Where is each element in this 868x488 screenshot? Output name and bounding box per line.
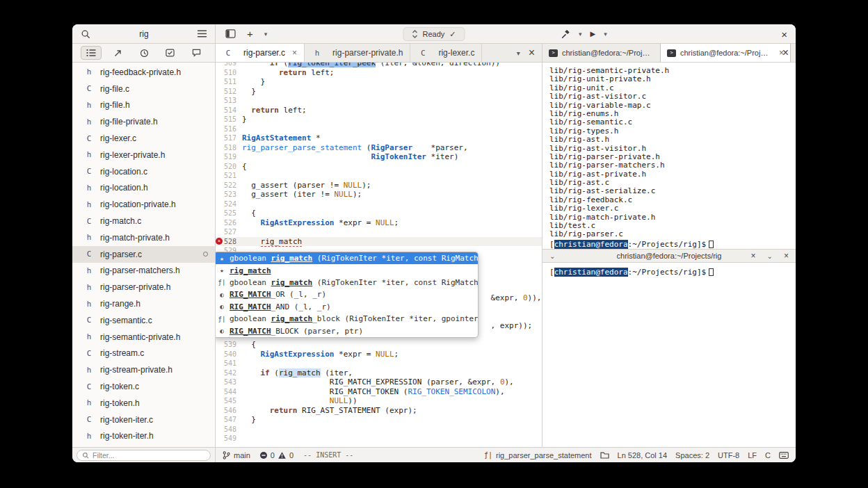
code-line[interactable]: 545 NULL))	[216, 396, 542, 406]
build-icon[interactable]	[561, 29, 570, 39]
editor-tab[interactable]: Crig-lexer.c	[410, 44, 482, 62]
search-icon[interactable]	[81, 29, 90, 39]
file-item[interactable]: Crig-token-iter.c	[72, 412, 215, 428]
code-line[interactable]: 547 }	[216, 415, 542, 425]
toggle-panel-icon[interactable]	[225, 29, 236, 38]
file-item[interactable]: Crig-semantic.c	[72, 312, 215, 329]
terminal-tab[interactable]: >christian@fedora:~/Projects/rig×	[660, 44, 791, 62]
language-mode[interactable]: C	[765, 451, 771, 459]
diagnostics-indicator[interactable]: 0 0	[260, 451, 294, 459]
new-document-button[interactable]: +	[247, 29, 253, 39]
code-line[interactable]: 509 if (rig_token_iter_peek (iter, &toke…	[216, 63, 542, 68]
run-icon[interactable]: ▶	[590, 30, 596, 38]
tab-list-chevron-icon[interactable]: ▾	[517, 49, 520, 57]
pane-close-icon[interactable]: ×	[751, 251, 756, 261]
completion-item[interactable]: ◐RIG_MATCH_OR (_l, _r)	[216, 288, 478, 300]
current-symbol[interactable]: ƒ| rig_parser_parse_statement	[484, 451, 592, 459]
code-line[interactable]: 514 return left;	[216, 106, 542, 115]
file-item[interactable]: Crig-location.c	[72, 163, 215, 180]
run-options-chevron-icon[interactable]: ▾	[604, 31, 607, 38]
completion-item[interactable]: ◐RIG_MATCH_BLOCK (parser, ptr)	[216, 325, 478, 336]
keyboard-icon[interactable]	[779, 452, 789, 459]
file-item[interactable]: Crig-match.c	[72, 213, 215, 229]
code-line[interactable]: 515}	[216, 115, 542, 124]
code-editor[interactable]: 509 if (rig_token_iter_peek (iter, &toke…	[216, 63, 542, 447]
file-item[interactable]: hrig-semantic-private.h	[72, 329, 215, 345]
panel-close-icon[interactable]: ×	[784, 251, 789, 261]
file-item[interactable]: hrig-file.h	[72, 97, 215, 114]
terminal-tab[interactable]: >christian@fedora:~/Projects/rig	[542, 44, 660, 62]
completion-item[interactable]: ★gboolean rig_match (RigTokenIter *iter,…	[216, 252, 478, 264]
file-item[interactable]: hrig-lexer-private.h	[72, 147, 215, 163]
sidebar-rail-targets-icon[interactable]	[108, 46, 129, 60]
file-item[interactable]: hrig-location-private.h	[72, 196, 215, 213]
sidebar-rail-history-icon[interactable]	[134, 46, 154, 60]
window-close-icon[interactable]: ×	[781, 28, 787, 40]
code-line[interactable]: 543 RIG_MATCH_EXPRESSION (parser, &expr,…	[216, 377, 542, 387]
file-item[interactable]: Crig-file.c	[72, 81, 215, 97]
file-item[interactable]: hrig-feedback-private.h	[72, 64, 215, 81]
completion-item[interactable]: ƒ|gboolean rig_match (RigTokenIter *iter…	[216, 277, 478, 288]
file-item[interactable]: hrig-parser-private.h	[72, 279, 215, 295]
filter-input[interactable]: Filter...	[77, 450, 211, 461]
editor-tab[interactable]: Crig-parser.c×	[216, 44, 305, 62]
code-line[interactable]: 512 }	[216, 87, 542, 97]
code-line[interactable]: ×528 rig_match	[216, 237, 542, 247]
code-line[interactable]: 525 {	[216, 209, 542, 218]
file-item[interactable]: hrig-location.h	[72, 180, 215, 197]
pane-chevron-icon[interactable]: ⌄	[549, 252, 555, 260]
sidebar-rail-messages-icon[interactable]	[186, 46, 207, 60]
code-line[interactable]: 521	[216, 171, 542, 181]
folder-icon[interactable]	[600, 451, 609, 459]
code-line[interactable]: 544 RIG_MATCH_TOKEN (RIG_TOKEN_SEMICOLON…	[216, 387, 542, 397]
menu-icon[interactable]	[198, 30, 207, 38]
file-item[interactable]: hrig-match-private.h	[72, 229, 215, 246]
omnibar[interactable]: Ready ✓	[403, 27, 465, 41]
pane-menu-chevron-icon[interactable]: ⌄	[767, 252, 773, 260]
code-line[interactable]: 520{	[216, 162, 542, 172]
code-line[interactable]: 516	[216, 124, 542, 134]
file-item[interactable]: Crig-stream.c	[72, 345, 215, 362]
completion-item[interactable]: ◐RIG_MATCH_AND (_l, _r)	[216, 301, 478, 313]
terminal-output-pane[interactable]: lib/rig-semantic-private.hlib/rig-unit-p…	[542, 63, 796, 249]
line-ending-setting[interactable]: LF	[748, 451, 757, 459]
file-item[interactable]: Crig-token.c	[72, 378, 215, 395]
build-options-chevron-icon[interactable]: ▾	[579, 31, 582, 38]
code-line[interactable]: 542 if (rig_match (iter,	[216, 368, 542, 378]
file-item[interactable]: hrig-range.h	[72, 295, 215, 312]
editor-tab[interactable]: hrig-parser-private.h	[305, 44, 410, 62]
indentation-setting[interactable]: Spaces: 2	[675, 451, 709, 459]
file-item[interactable]: hrig-parser-matchers.h	[72, 263, 215, 279]
close-tab-icon[interactable]: ×	[292, 48, 297, 58]
code-line[interactable]: 527	[216, 227, 542, 237]
file-item[interactable]: hrig-stream-private.h	[72, 361, 215, 378]
code-line[interactable]: 526 RigAstExpression *expr = NULL;	[216, 218, 542, 228]
close-terminal-tab-icon[interactable]: ×	[782, 47, 789, 59]
code-line[interactable]: 511 }	[216, 77, 542, 87]
cursor-position[interactable]: Ln 528, Col 14	[618, 451, 668, 459]
file-item[interactable]: hrig-token.h	[72, 395, 215, 412]
code-line[interactable]: 513	[216, 96, 542, 106]
code-line[interactable]: 539 {	[216, 340, 542, 350]
file-item[interactable]: Crig-parser.c	[72, 246, 215, 263]
sidebar-rail-project-tree-icon[interactable]	[81, 46, 102, 60]
encoding-setting[interactable]: UTF-8	[718, 451, 739, 459]
branch-indicator[interactable]: main	[223, 451, 250, 459]
code-line[interactable]: 541	[216, 359, 542, 368]
completion-item[interactable]: ƒ|gboolean rig_match_block (RigTokenIter…	[216, 313, 478, 325]
code-line[interactable]: 524	[216, 200, 542, 209]
code-line[interactable]: 519 RigTokenIter *iter)	[216, 152, 542, 162]
new-document-chevron-icon[interactable]: ▾	[264, 31, 268, 38]
code-line[interactable]: 546 return RIG_AST_STATEMENT (expr);	[216, 406, 542, 416]
file-item[interactable]: hrig-file-private.h	[72, 113, 215, 130]
file-item[interactable]: Crig-lexer.c	[72, 130, 215, 147]
sidebar-rail-todo-icon[interactable]	[160, 46, 180, 60]
code-line[interactable]: 517RigAstStatement *	[216, 133, 542, 143]
code-line[interactable]: 549	[216, 434, 542, 444]
code-line[interactable]: 523 g_assert (iter != NULL);	[216, 190, 542, 200]
code-line[interactable]: 548	[216, 425, 542, 434]
file-item[interactable]: hrig-token-iter.h	[72, 428, 215, 445]
completion-item[interactable]: ★rig_match	[216, 264, 478, 276]
close-page-icon[interactable]: ×	[529, 47, 535, 59]
code-line[interactable]: 540 RigAstExpression *expr = NULL;	[216, 350, 542, 359]
